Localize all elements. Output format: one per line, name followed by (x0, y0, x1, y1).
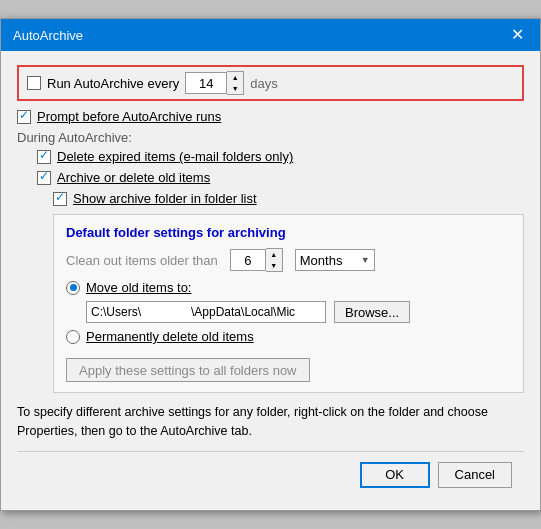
run-autoarchive-row: Run AutoArchive every ▲ ▼ days (17, 65, 524, 101)
months-dropdown[interactable]: Months ▼ (295, 249, 375, 271)
prompt-label[interactable]: Prompt before AutoArchive runs (37, 109, 221, 124)
show-archive-checkbox[interactable] (53, 192, 67, 206)
show-archive-label[interactable]: Show archive folder in folder list (73, 191, 257, 206)
clean-spin-buttons: ▲ ▼ (266, 248, 283, 272)
clean-spin-up[interactable]: ▲ (266, 249, 282, 260)
clean-spin-down[interactable]: ▼ (266, 260, 282, 271)
archive-row: Archive or delete old items (37, 170, 524, 185)
prompt-checkbox[interactable] (17, 110, 31, 124)
perm-delete-row: Permanently delete old items (66, 329, 511, 344)
apply-button[interactable]: Apply these settings to all folders now (66, 358, 310, 382)
autoarchive-dialog: AutoArchive ✕ Run AutoArchive every ▲ ▼ … (0, 18, 541, 511)
cancel-button[interactable]: Cancel (438, 462, 512, 488)
days-input[interactable] (185, 72, 227, 94)
perm-delete-label[interactable]: Permanently delete old items (86, 329, 254, 344)
move-items-label[interactable]: Move old items to: (86, 280, 192, 295)
delete-checkbox[interactable] (37, 150, 51, 164)
days-spin-down[interactable]: ▼ (227, 83, 243, 94)
days-spin-buttons: ▲ ▼ (227, 71, 244, 95)
dialog-content: Run AutoArchive every ▲ ▼ days Prompt be… (1, 51, 540, 510)
move-items-radio[interactable] (66, 281, 80, 295)
clean-spinbox: ▲ ▼ (230, 248, 283, 272)
path-row: Browse... (86, 301, 511, 323)
title-bar: AutoArchive ✕ (1, 19, 540, 51)
prompt-row: Prompt before AutoArchive runs (17, 109, 524, 124)
browse-button[interactable]: Browse... (334, 301, 410, 323)
delete-label[interactable]: Delete expired items (e-mail folders onl… (57, 149, 293, 164)
days-spinbox: ▲ ▼ (185, 71, 244, 95)
default-folder-title: Default folder settings for archiving (66, 225, 511, 240)
dialog-title: AutoArchive (13, 28, 83, 43)
show-archive-row: Show archive folder in folder list (53, 191, 524, 206)
clean-label: Clean out items older than (66, 253, 218, 268)
button-row: OK Cancel (17, 451, 524, 498)
close-button[interactable]: ✕ (507, 27, 528, 43)
default-folder-box: Default folder settings for archiving Cl… (53, 214, 524, 393)
archive-path-input[interactable] (86, 301, 326, 323)
perm-delete-radio[interactable] (66, 330, 80, 344)
dropdown-arrow-icon: ▼ (361, 255, 370, 265)
days-label: days (250, 76, 277, 91)
clean-out-row: Clean out items older than ▲ ▼ Months ▼ (66, 248, 511, 272)
delete-row: Delete expired items (e-mail folders onl… (37, 149, 524, 164)
ok-button[interactable]: OK (360, 462, 430, 488)
run-autoarchive-label: Run AutoArchive every (47, 76, 179, 91)
days-spin-up[interactable]: ▲ (227, 72, 243, 83)
archive-checkbox[interactable] (37, 171, 51, 185)
during-label: During AutoArchive: (17, 130, 524, 145)
months-label: Months (300, 253, 357, 268)
info-text: To specify different archive settings fo… (17, 403, 524, 441)
clean-input[interactable] (230, 249, 266, 271)
run-autoarchive-checkbox[interactable] (27, 76, 41, 90)
archive-label[interactable]: Archive or delete old items (57, 170, 210, 185)
move-items-row: Move old items to: (66, 280, 511, 295)
